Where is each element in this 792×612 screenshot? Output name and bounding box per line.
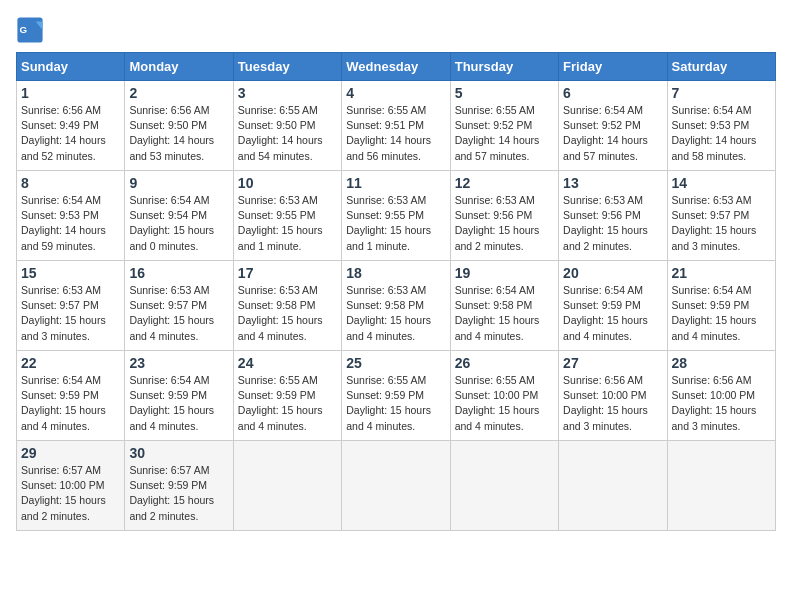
- calendar-cell: 20Sunrise: 6:54 AM Sunset: 9:59 PM Dayli…: [559, 261, 667, 351]
- day-number: 19: [455, 265, 554, 281]
- calendar-table: SundayMondayTuesdayWednesdayThursdayFrid…: [16, 52, 776, 531]
- day-number: 26: [455, 355, 554, 371]
- day-number: 13: [563, 175, 662, 191]
- logo: G: [16, 16, 48, 44]
- day-number: 7: [672, 85, 771, 101]
- calendar-week-row: 8Sunrise: 6:54 AM Sunset: 9:53 PM Daylig…: [17, 171, 776, 261]
- day-number: 4: [346, 85, 445, 101]
- calendar-cell: 6Sunrise: 6:54 AM Sunset: 9:52 PM Daylig…: [559, 81, 667, 171]
- day-number: 25: [346, 355, 445, 371]
- day-number: 1: [21, 85, 120, 101]
- day-info: Sunrise: 6:53 AM Sunset: 9:58 PM Dayligh…: [346, 283, 445, 344]
- day-number: 3: [238, 85, 337, 101]
- calendar-cell: 17Sunrise: 6:53 AM Sunset: 9:58 PM Dayli…: [233, 261, 341, 351]
- calendar-cell: 1Sunrise: 6:56 AM Sunset: 9:49 PM Daylig…: [17, 81, 125, 171]
- calendar-week-row: 29Sunrise: 6:57 AM Sunset: 10:00 PM Dayl…: [17, 441, 776, 531]
- day-info: Sunrise: 6:55 AM Sunset: 9:59 PM Dayligh…: [238, 373, 337, 434]
- calendar-cell: 8Sunrise: 6:54 AM Sunset: 9:53 PM Daylig…: [17, 171, 125, 261]
- day-info: Sunrise: 6:54 AM Sunset: 9:59 PM Dayligh…: [563, 283, 662, 344]
- day-number: 14: [672, 175, 771, 191]
- day-number: 2: [129, 85, 228, 101]
- calendar-cell: 15Sunrise: 6:53 AM Sunset: 9:57 PM Dayli…: [17, 261, 125, 351]
- day-info: Sunrise: 6:54 AM Sunset: 9:52 PM Dayligh…: [563, 103, 662, 164]
- day-info: Sunrise: 6:57 AM Sunset: 9:59 PM Dayligh…: [129, 463, 228, 524]
- calendar-cell: 24Sunrise: 6:55 AM Sunset: 9:59 PM Dayli…: [233, 351, 341, 441]
- calendar-cell: [667, 441, 775, 531]
- day-info: Sunrise: 6:54 AM Sunset: 9:59 PM Dayligh…: [21, 373, 120, 434]
- calendar-cell: 29Sunrise: 6:57 AM Sunset: 10:00 PM Dayl…: [17, 441, 125, 531]
- day-number: 18: [346, 265, 445, 281]
- day-info: Sunrise: 6:53 AM Sunset: 9:56 PM Dayligh…: [563, 193, 662, 254]
- day-number: 20: [563, 265, 662, 281]
- calendar-cell: 19Sunrise: 6:54 AM Sunset: 9:58 PM Dayli…: [450, 261, 558, 351]
- day-info: Sunrise: 6:55 AM Sunset: 9:59 PM Dayligh…: [346, 373, 445, 434]
- day-number: 11: [346, 175, 445, 191]
- day-info: Sunrise: 6:56 AM Sunset: 9:49 PM Dayligh…: [21, 103, 120, 164]
- calendar-header-row: SundayMondayTuesdayWednesdayThursdayFrid…: [17, 53, 776, 81]
- calendar-cell: 11Sunrise: 6:53 AM Sunset: 9:55 PM Dayli…: [342, 171, 450, 261]
- day-info: Sunrise: 6:53 AM Sunset: 9:57 PM Dayligh…: [21, 283, 120, 344]
- day-info: Sunrise: 6:54 AM Sunset: 9:59 PM Dayligh…: [672, 283, 771, 344]
- day-number: 5: [455, 85, 554, 101]
- calendar-cell: 23Sunrise: 6:54 AM Sunset: 9:59 PM Dayli…: [125, 351, 233, 441]
- day-number: 15: [21, 265, 120, 281]
- calendar-cell: 27Sunrise: 6:56 AM Sunset: 10:00 PM Dayl…: [559, 351, 667, 441]
- calendar-cell: [342, 441, 450, 531]
- day-info: Sunrise: 6:57 AM Sunset: 10:00 PM Daylig…: [21, 463, 120, 524]
- calendar-cell: 30Sunrise: 6:57 AM Sunset: 9:59 PM Dayli…: [125, 441, 233, 531]
- day-info: Sunrise: 6:54 AM Sunset: 9:53 PM Dayligh…: [672, 103, 771, 164]
- day-info: Sunrise: 6:53 AM Sunset: 9:57 PM Dayligh…: [672, 193, 771, 254]
- calendar-cell: 18Sunrise: 6:53 AM Sunset: 9:58 PM Dayli…: [342, 261, 450, 351]
- logo-icon: G: [16, 16, 44, 44]
- calendar-cell: 12Sunrise: 6:53 AM Sunset: 9:56 PM Dayli…: [450, 171, 558, 261]
- day-info: Sunrise: 6:53 AM Sunset: 9:55 PM Dayligh…: [346, 193, 445, 254]
- day-info: Sunrise: 6:55 AM Sunset: 9:50 PM Dayligh…: [238, 103, 337, 164]
- day-number: 6: [563, 85, 662, 101]
- day-info: Sunrise: 6:55 AM Sunset: 9:52 PM Dayligh…: [455, 103, 554, 164]
- col-header-wednesday: Wednesday: [342, 53, 450, 81]
- calendar-cell: 28Sunrise: 6:56 AM Sunset: 10:00 PM Dayl…: [667, 351, 775, 441]
- calendar-cell: 3Sunrise: 6:55 AM Sunset: 9:50 PM Daylig…: [233, 81, 341, 171]
- calendar-cell: 10Sunrise: 6:53 AM Sunset: 9:55 PM Dayli…: [233, 171, 341, 261]
- calendar-cell: 22Sunrise: 6:54 AM Sunset: 9:59 PM Dayli…: [17, 351, 125, 441]
- col-header-monday: Monday: [125, 53, 233, 81]
- calendar-week-row: 1Sunrise: 6:56 AM Sunset: 9:49 PM Daylig…: [17, 81, 776, 171]
- calendar-cell: 7Sunrise: 6:54 AM Sunset: 9:53 PM Daylig…: [667, 81, 775, 171]
- calendar-cell: 13Sunrise: 6:53 AM Sunset: 9:56 PM Dayli…: [559, 171, 667, 261]
- day-info: Sunrise: 6:56 AM Sunset: 10:00 PM Daylig…: [672, 373, 771, 434]
- calendar-week-row: 22Sunrise: 6:54 AM Sunset: 9:59 PM Dayli…: [17, 351, 776, 441]
- day-info: Sunrise: 6:55 AM Sunset: 10:00 PM Daylig…: [455, 373, 554, 434]
- calendar-cell: 14Sunrise: 6:53 AM Sunset: 9:57 PM Dayli…: [667, 171, 775, 261]
- day-number: 29: [21, 445, 120, 461]
- calendar-cell: 5Sunrise: 6:55 AM Sunset: 9:52 PM Daylig…: [450, 81, 558, 171]
- day-number: 22: [21, 355, 120, 371]
- day-info: Sunrise: 6:54 AM Sunset: 9:58 PM Dayligh…: [455, 283, 554, 344]
- day-info: Sunrise: 6:54 AM Sunset: 9:59 PM Dayligh…: [129, 373, 228, 434]
- day-info: Sunrise: 6:53 AM Sunset: 9:58 PM Dayligh…: [238, 283, 337, 344]
- day-number: 16: [129, 265, 228, 281]
- day-number: 21: [672, 265, 771, 281]
- day-number: 12: [455, 175, 554, 191]
- col-header-friday: Friday: [559, 53, 667, 81]
- calendar-cell: [450, 441, 558, 531]
- day-info: Sunrise: 6:53 AM Sunset: 9:56 PM Dayligh…: [455, 193, 554, 254]
- day-number: 9: [129, 175, 228, 191]
- day-number: 10: [238, 175, 337, 191]
- col-header-tuesday: Tuesday: [233, 53, 341, 81]
- svg-text:G: G: [20, 24, 28, 35]
- day-number: 27: [563, 355, 662, 371]
- day-number: 30: [129, 445, 228, 461]
- day-number: 23: [129, 355, 228, 371]
- day-info: Sunrise: 6:56 AM Sunset: 9:50 PM Dayligh…: [129, 103, 228, 164]
- calendar-week-row: 15Sunrise: 6:53 AM Sunset: 9:57 PM Dayli…: [17, 261, 776, 351]
- day-info: Sunrise: 6:53 AM Sunset: 9:57 PM Dayligh…: [129, 283, 228, 344]
- day-info: Sunrise: 6:53 AM Sunset: 9:55 PM Dayligh…: [238, 193, 337, 254]
- day-info: Sunrise: 6:54 AM Sunset: 9:54 PM Dayligh…: [129, 193, 228, 254]
- calendar-cell: 16Sunrise: 6:53 AM Sunset: 9:57 PM Dayli…: [125, 261, 233, 351]
- calendar-cell: 25Sunrise: 6:55 AM Sunset: 9:59 PM Dayli…: [342, 351, 450, 441]
- header: G: [16, 16, 776, 44]
- col-header-thursday: Thursday: [450, 53, 558, 81]
- day-number: 28: [672, 355, 771, 371]
- calendar-cell: [559, 441, 667, 531]
- day-number: 17: [238, 265, 337, 281]
